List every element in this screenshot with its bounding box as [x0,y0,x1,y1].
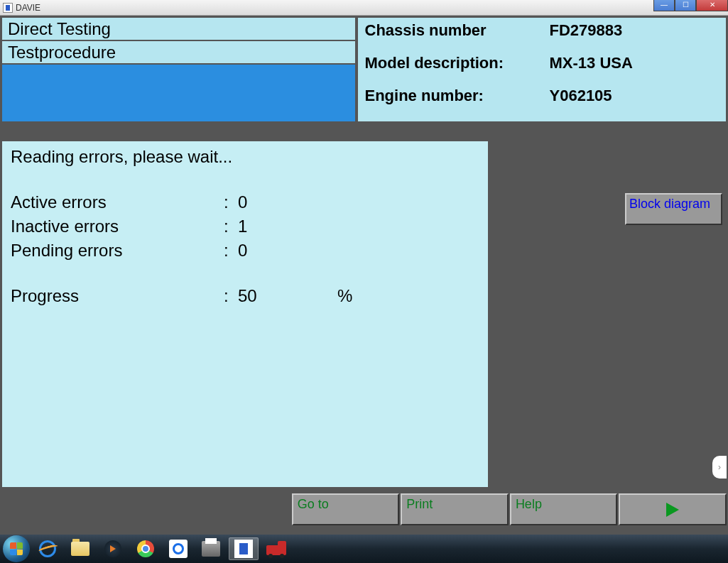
minimize-button[interactable]: — [653,0,675,11]
pending-errors-label: Pending errors [11,241,224,261]
chassis-label: Chassis number [365,21,550,40]
active-errors-value: 0 [238,192,337,212]
print-button[interactable]: Print [401,493,509,525]
taskbar-ie[interactable] [33,537,63,560]
pending-errors-value: 0 [238,241,337,261]
davie-app-icon [234,540,253,558]
taskbar-truck-app[interactable] [261,537,291,560]
maximize-button[interactable]: ☐ [675,0,696,11]
progress-value: 50 [238,286,337,306]
active-errors-row: Active errors : 0 [11,192,479,212]
goto-button[interactable]: Go to [292,493,400,525]
taskbar-explorer[interactable] [65,537,95,560]
status-panel: Reading errors, please wait... Active er… [1,141,489,488]
model-row: Model description: MX-13 USA [365,54,719,72]
block-diagram-button[interactable]: Block diagram [625,193,722,225]
main-app: Direct Testing Testprocedure Chassis num… [0,16,728,535]
taskbar-media-player[interactable] [98,537,128,560]
chassis-value: FD279883 [550,21,623,40]
taskbar-chrome[interactable] [131,537,161,560]
window-controls: — ☐ ✕ [653,0,728,11]
progress-unit: % [337,286,352,306]
folder-icon [71,542,89,556]
taskbar-davie[interactable] [229,537,259,560]
play-icon [666,503,679,517]
inactive-errors-label: Inactive errors [11,217,224,236]
taskbar-printer[interactable] [196,537,226,560]
pending-errors-row: Pending errors : 0 [11,241,479,261]
media-player-icon [104,540,121,557]
help-button[interactable]: Help [510,493,618,525]
app-icon [3,3,13,13]
progress-row: Progress : 50 % [11,286,479,306]
inactive-errors-row: Inactive errors : 1 [11,217,479,236]
start-button[interactable] [3,535,30,562]
taskbar-teamviewer[interactable] [163,537,193,560]
vehicle-info-panel: Chassis number FD279883 Model descriptio… [357,17,727,122]
breadcrumb-row-selected[interactable] [1,64,356,122]
left-breadcrumb-panel: Direct Testing Testprocedure [1,17,356,122]
content-area: Reading errors, please wait... Active er… [0,139,728,489]
engine-value: Y062105 [550,87,612,105]
model-value: MX-13 USA [550,54,633,72]
inactive-errors-value: 1 [238,217,337,236]
top-header: Direct Testing Testprocedure Chassis num… [0,16,728,124]
breadcrumb-row-2[interactable]: Testprocedure [1,40,356,64]
active-errors-label: Active errors [11,192,224,212]
internet-explorer-icon [39,540,56,557]
printer-icon [202,541,220,557]
continue-button[interactable] [619,493,727,525]
model-label: Model description: [365,54,550,72]
windows-logo-icon [10,542,23,555]
chrome-icon [137,540,154,557]
title-bar: DAVIE — ☐ ✕ [0,0,728,16]
truck-icon [266,541,286,557]
engine-row: Engine number: Y062105 [365,87,719,105]
side-area: Block diagram › [490,141,727,488]
bottom-toolbar: Go to Print Help [0,493,728,525]
teamviewer-icon [169,540,188,558]
taskbar [0,535,728,563]
window-title: DAVIE [16,3,40,13]
breadcrumb-row-1[interactable]: Direct Testing [1,17,356,40]
close-button[interactable]: ✕ [696,0,728,11]
side-expand-tab[interactable]: › [712,456,727,479]
status-heading: Reading errors, please wait... [11,147,479,167]
engine-label: Engine number: [365,87,550,105]
chassis-row: Chassis number FD279883 [365,21,719,40]
progress-label: Progress [11,286,224,306]
